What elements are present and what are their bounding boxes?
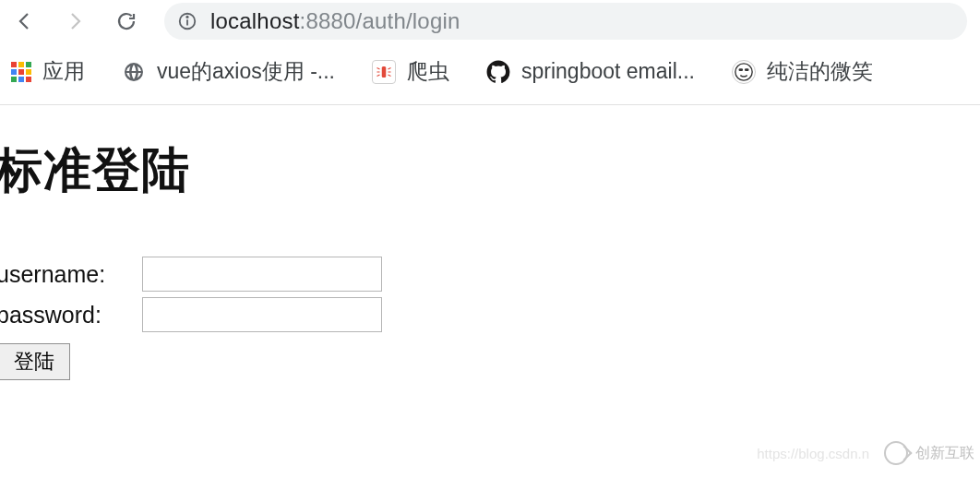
svg-point-2	[186, 17, 187, 18]
password-input[interactable]	[142, 297, 382, 332]
username-input[interactable]	[142, 257, 382, 292]
svg-rect-6	[745, 68, 749, 71]
login-button[interactable]: 登陆	[0, 343, 70, 380]
watermark-logo-icon	[884, 441, 908, 465]
svg-rect-3	[382, 66, 387, 78]
github-icon	[486, 60, 510, 84]
bookmark-label: 纯洁的微笑	[767, 57, 873, 86]
username-row: username:	[0, 257, 980, 292]
bookmark-item-spider[interactable]: 爬虫	[372, 57, 449, 86]
svg-point-4	[735, 63, 752, 79]
svg-rect-5	[738, 68, 743, 71]
apps-shortcut[interactable]: 应用	[11, 57, 85, 86]
apps-label: 应用	[42, 57, 85, 86]
watermark-brand: 创新互联	[915, 444, 974, 463]
page-title: 标准登陆	[0, 138, 980, 203]
back-button[interactable]	[13, 9, 37, 33]
forward-button[interactable]	[63, 9, 87, 33]
bookmark-item-smile[interactable]: 纯洁的微笑	[732, 57, 873, 86]
password-row: password:	[0, 297, 980, 332]
url-text: localhost:8880/auth/login	[210, 8, 460, 34]
apps-grid-icon	[11, 62, 31, 82]
reload-button[interactable]	[114, 9, 138, 33]
url-path: :8880/auth/login	[300, 8, 460, 33]
address-bar[interactable]: localhost:8880/auth/login	[164, 3, 967, 40]
browser-toolbar: localhost:8880/auth/login	[0, 0, 980, 46]
bookmark-item-vue-axios[interactable]: vue的axios使用 -...	[122, 57, 335, 86]
password-label: password:	[0, 302, 133, 329]
bookmarks-bar: 应用 vue的axios使用 -... 爬虫 springboot email.…	[0, 46, 980, 105]
bookmark-label: 爬虫	[407, 57, 449, 86]
site-info-icon[interactable]	[177, 11, 197, 31]
smile-icon	[732, 60, 756, 84]
bookmark-label: springboot email...	[521, 59, 695, 84]
watermark: https://blog.csdn.n 创新互联	[757, 441, 974, 465]
url-host: localhost	[210, 8, 300, 33]
spider-icon	[372, 60, 396, 84]
bookmark-item-springboot-email[interactable]: springboot email...	[486, 59, 695, 84]
bookmark-label: vue的axios使用 -...	[157, 57, 335, 86]
globe-icon	[122, 60, 146, 84]
page-content: 标准登陆 username: password: 登陆	[0, 105, 980, 380]
watermark-url: https://blog.csdn.n	[757, 446, 869, 461]
username-label: username:	[0, 261, 133, 288]
